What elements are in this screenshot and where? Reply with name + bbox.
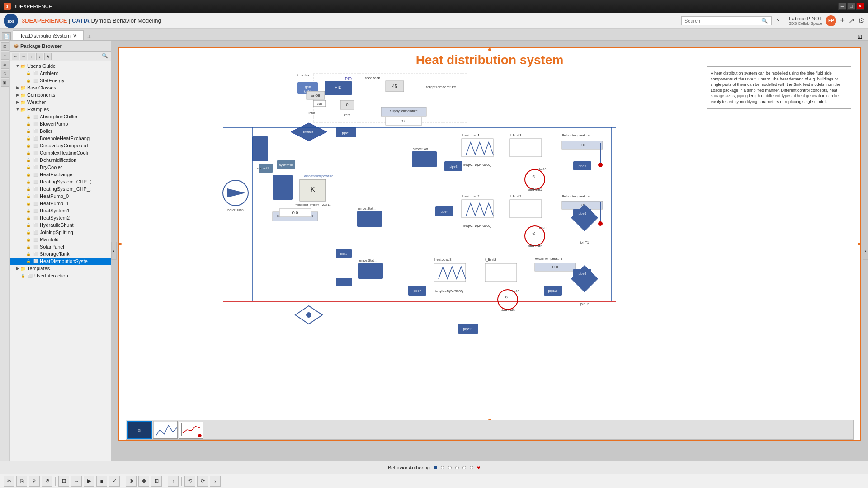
export-button[interactable]: ↑	[168, 476, 179, 487]
tree-item-heatingsystemchp1[interactable]: 🔒⬜HeatingSystem_CHP_:	[10, 185, 111, 192]
svg-rect-57	[510, 200, 542, 218]
svg-text:sinkHeat2: sinkHeat2	[528, 244, 542, 248]
tree-item-heatingsystemchp0[interactable]: 🔒⬜HeatingSystem_CHP_(	[10, 178, 111, 185]
tree-item-weather[interactable]: ▶📁Weather	[10, 99, 111, 106]
simulate-button[interactable]: ▶	[84, 476, 94, 487]
tree-item-examples[interactable]: ▼📂Examples	[10, 106, 111, 113]
title-text: 3DEXPERIENCE	[14, 4, 52, 9]
settings-icon[interactable]: ⚙	[858, 16, 864, 25]
tree-item-heatsystem2[interactable]: 🔒⬜HeatSystem2	[10, 214, 111, 221]
nav-star-button[interactable]: ★	[44, 53, 52, 60]
tree-item-boreholeheatexchang[interactable]: 🔒⬜BoreholeHeatExchang	[10, 135, 111, 142]
nav-up-button[interactable]: ↑	[28, 53, 35, 60]
tree-item-absorptionchiller[interactable]: 🔒⬜AbsorptionChiller	[10, 113, 111, 120]
sidebar-icon-2[interactable]: ≡	[1, 52, 9, 60]
sidebar-icon-4[interactable]: ⊙	[1, 70, 9, 78]
cut-button[interactable]: ✂	[4, 476, 14, 487]
zoom-out-button[interactable]: ⊗	[138, 476, 149, 487]
flip-button[interactable]: ⟳	[197, 476, 208, 487]
nav-back-button[interactable]: ←	[12, 53, 19, 60]
close-button[interactable]: ✕	[856, 3, 864, 10]
sidebar-header-label: Package Browser	[20, 43, 62, 49]
lock-icon-heatpump0: 🔒	[25, 193, 32, 199]
minimize-button[interactable]: ─	[838, 3, 846, 10]
nav-down-button[interactable]: ↓	[36, 53, 43, 60]
model-icon-boiler: ⬜	[33, 128, 39, 134]
tree-item-joiningsplitting[interactable]: 🔒⬜JoiningSplitting	[10, 229, 111, 236]
tree-item-heatpump0[interactable]: 🔒⬜HeatPump_0	[10, 192, 111, 200]
sidebar-icon-1[interactable]: ⊞	[1, 42, 9, 51]
tree-label-solarpanel: SolarPanel	[40, 244, 64, 249]
undo-button[interactable]: ↺	[42, 476, 52, 487]
tree-item-storagetank[interactable]: 🔒⬜StrorageTank	[10, 250, 111, 258]
maximize-button[interactable]: □	[847, 3, 855, 10]
add-button[interactable]: +	[840, 16, 845, 25]
connect-button[interactable]: →	[71, 476, 82, 487]
tree-item-templates[interactable]: ▶📁Templates	[10, 265, 111, 272]
tree-label-circulatorycompound: CirculatoryCompound	[40, 143, 88, 148]
zoom-fit-button[interactable]: ⊡	[151, 476, 162, 487]
paste-button[interactable]: ⎗	[29, 476, 40, 487]
thumb-ambient[interactable]	[153, 421, 178, 439]
model-icon-joiningsplitting: ⬜	[33, 229, 39, 235]
tree-item-circulatorycompound[interactable]: 🔒⬜CirculatoryCompound	[10, 142, 111, 149]
collapse-right-button[interactable]: ›	[863, 242, 868, 260]
check-button[interactable]: ✓	[109, 476, 120, 487]
tree-item-dehumidification[interactable]: 🔒⬜Dehumidification	[10, 156, 111, 164]
tree-item-heatexchanger[interactable]: 🔒⬜HeatExchanger	[10, 171, 111, 178]
svg-text:Return temperature: Return temperature	[562, 195, 590, 198]
share-icon[interactable]: ↗	[849, 16, 854, 25]
tree-label-templates: Templates	[27, 266, 50, 271]
nav-forward-button[interactable]: →	[20, 53, 27, 60]
tree-label-boiler: Boiler	[40, 128, 52, 134]
rotate-button[interactable]: ⟲	[184, 476, 195, 487]
window-controls: ─ □ ✕	[838, 3, 864, 10]
tree-item-statenergy[interactable]: 🔒⬜StatEnergy	[10, 77, 111, 84]
folder-icon-users-guide: 📂	[20, 63, 26, 69]
copy-button[interactable]: ⎘	[16, 476, 27, 487]
tree-arrow-templates: ▶	[15, 266, 20, 271]
tree-item-userinteraction[interactable]: 🔒⬜UserInteraction	[10, 272, 111, 279]
tree-item-heatdistributionsyste[interactable]: 🔒⬜HeatDistributionSyste	[10, 258, 111, 265]
lock-icon-drycooler: 🔒	[25, 164, 32, 170]
tree-item-ambient[interactable]: 🔒⬜Ambient	[10, 70, 111, 77]
restore-icon[interactable]: ⊡	[854, 33, 866, 40]
tree-item-complexheatingcooli[interactable]: 🔒⬜ComplexHeatingCooli	[10, 149, 111, 156]
tree-item-heatsystem1[interactable]: 🔒⬜HeatSystem1	[10, 207, 111, 214]
sidebar-icon-5[interactable]: ▣	[1, 79, 9, 87]
search-input[interactable]	[684, 18, 761, 23]
more-button[interactable]: ›	[210, 476, 221, 487]
diagram-frame: Heat distribution system A heat distribu…	[118, 47, 861, 441]
lock-icon-blowerpump: 🔒	[25, 121, 32, 127]
model-icon-ambient: ⬜	[33, 70, 39, 76]
add-tab-button[interactable]: +	[84, 33, 94, 40]
tree-item-solarpanel[interactable]: 🔒⬜SolarPanel	[10, 243, 111, 250]
svg-text:Supply temperature: Supply temperature	[390, 109, 417, 113]
svg-text:pipe10: pipe10	[548, 289, 557, 293]
thumb-diagram[interactable]: ⊡	[127, 421, 152, 439]
tree-item-boiler[interactable]: 🔒⬜Boiler	[10, 127, 111, 135]
search-box[interactable]: 🔍	[681, 16, 772, 25]
tree-item-components[interactable]: ▶📁Components	[10, 91, 111, 99]
sidebar-icon-3[interactable]: ◈	[1, 61, 9, 69]
model-icon-dehumidification: ⬜	[33, 157, 39, 163]
tree-item-drycooler[interactable]: 🔒⬜DryCooler	[10, 164, 111, 171]
user-avatar[interactable]: FP	[826, 15, 836, 26]
stop-button[interactable]: ■	[96, 476, 107, 487]
tree-label-weather: Weather	[27, 99, 46, 105]
zoom-in-button[interactable]: ⊕	[126, 476, 137, 487]
tag-icon[interactable]: 🏷	[776, 17, 783, 25]
brand-separator: |	[69, 17, 72, 24]
tree-item-blowerpump[interactable]: 🔒⬜BlowerPump	[10, 120, 111, 127]
active-tab[interactable]: HeatDistributionSystem_Vi	[13, 30, 84, 40]
thumb-results[interactable]	[179, 421, 203, 439]
tree-item-heatpump1[interactable]: 🔒⬜HeatPump_1	[10, 200, 111, 207]
sidebar-search-button[interactable]: 🔍	[102, 53, 109, 60]
tree-item-users-guide[interactable]: ▼📂User's Guide	[10, 62, 111, 70]
search-icon[interactable]: 🔍	[761, 18, 768, 24]
tree-item-hydraulicshunt[interactable]: 🔒⬜HydraulicShunt	[10, 221, 111, 229]
grid-button[interactable]: ⊞	[58, 476, 69, 487]
collapse-left-button[interactable]: ‹	[111, 242, 117, 260]
tree-item-manifold[interactable]: 🔒⬜Manifold	[10, 236, 111, 243]
tree-item-baseclasses[interactable]: ▶📁BaseClasses	[10, 84, 111, 91]
